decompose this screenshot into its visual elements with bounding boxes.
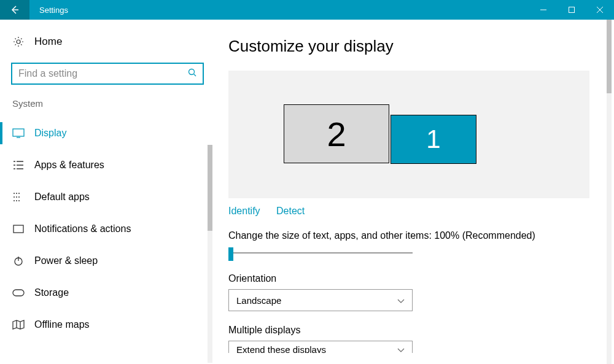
home-label: Home [34,36,62,48]
sidebar-item-power-sleep[interactable]: Power & sleep [0,245,215,277]
sidebar-scrollbar[interactable] [208,145,212,363]
sidebar-item-storage[interactable]: Storage [0,277,215,309]
scale-slider[interactable] [228,246,413,261]
svg-rect-6 [13,290,24,296]
search-input[interactable] [18,68,188,79]
sidebar-item-label: Offline maps [34,319,90,330]
content-scrollbar[interactable] [607,20,612,364]
monitor-1[interactable]: 1 [391,115,476,164]
svg-rect-0 [569,7,575,13]
titlebar: Settings [0,0,614,20]
orientation-label: Orientation [228,273,589,284]
sidebar-scroll-thumb[interactable] [208,145,212,231]
monitor-2[interactable]: 2 [284,104,389,163]
sidebar-item-default-apps[interactable]: Default apps [0,181,215,213]
orientation-dropdown[interactable]: Landscape [228,289,413,311]
page-title: Customize your display [228,37,589,56]
power-icon [12,255,25,267]
chevron-down-icon [397,344,405,353]
grid-icon [12,191,25,203]
notification-icon [12,223,25,235]
map-icon [12,319,25,331]
list-icon [12,159,25,171]
home-button[interactable]: Home [0,32,215,52]
content-pane: Customize your display 2 1 Identify Dete… [215,20,614,364]
close-icon [597,7,603,13]
back-button[interactable] [0,0,29,20]
sidebar-item-display[interactable]: Display [0,117,215,149]
multiple-displays-label: Multiple displays [228,325,589,336]
window-controls [529,0,614,20]
close-button[interactable] [586,0,614,20]
orientation-value: Landscape [236,295,281,306]
svg-rect-3 [13,129,24,136]
storage-icon [12,287,25,299]
sidebar: Home System Display Apps & features Defa… [0,20,215,364]
monitor-icon [12,127,25,139]
slider-thumb[interactable] [228,247,233,261]
search-box[interactable] [11,63,204,85]
sidebar-item-label: Storage [34,287,69,298]
detect-link[interactable]: Detect [276,206,305,216]
sidebar-item-apps-features[interactable]: Apps & features [0,149,215,181]
svg-point-2 [189,69,195,75]
multiple-displays-dropdown[interactable]: Extend these displays [228,341,413,353]
minimize-button[interactable] [529,0,558,20]
sidebar-item-label: Notifications & actions [34,223,131,234]
maximize-icon [569,7,575,13]
sidebar-item-label: Default apps [34,192,90,203]
sidebar-item-label: Apps & features [34,160,104,171]
window-title: Settings [39,6,529,15]
gear-icon [12,36,25,48]
sidebar-item-notifications[interactable]: Notifications & actions [0,213,215,245]
chevron-down-icon [397,295,405,306]
slider-track [228,252,413,254]
section-label: System [12,98,215,109]
arrow-left-icon [9,4,20,15]
identify-link[interactable]: Identify [228,206,260,216]
display-arrangement[interactable]: 2 1 [228,71,589,198]
sidebar-item-label: Display [34,128,66,139]
content-scroll-thumb[interactable] [607,20,612,93]
search-icon [188,68,196,79]
display-links: Identify Detect [228,206,589,217]
svg-point-1 [17,40,20,44]
minimize-icon [540,7,546,13]
scale-label: Change the size of text, apps, and other… [228,230,589,241]
multiple-displays-value: Extend these displays [236,344,326,353]
sidebar-item-label: Power & sleep [34,255,98,266]
svg-rect-4 [14,225,23,233]
maximize-button[interactable] [558,0,586,20]
sidebar-item-offline-maps[interactable]: Offline maps [0,309,215,341]
